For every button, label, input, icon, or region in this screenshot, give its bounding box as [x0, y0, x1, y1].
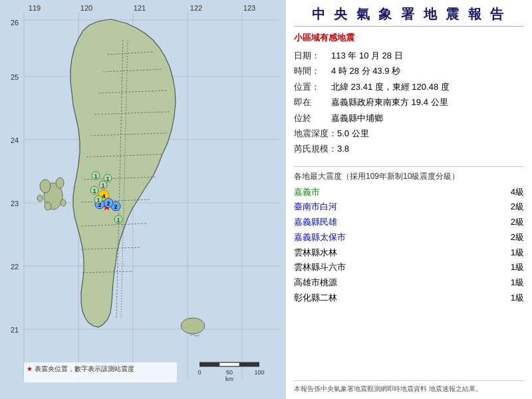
- intensity-row: 嘉義縣民雄 2級: [294, 215, 524, 230]
- depth-row: 地震深度： 5.0 公里: [294, 126, 524, 141]
- intensity-name: 嘉義縣太保市: [294, 230, 504, 245]
- info-table: 日期： 113 年 10 月 28 日 時間： 4 時 28 分 43.9 秒 …: [294, 48, 524, 157]
- svg-text:21: 21: [11, 326, 19, 334]
- magnitude-label: 芮氏規模：: [294, 141, 337, 156]
- svg-text:24: 24: [11, 136, 19, 144]
- svg-text:119: 119: [29, 4, 41, 12]
- svg-text:123: 123: [243, 4, 255, 12]
- svg-text:26: 26: [11, 19, 19, 27]
- location-value: 北緯 23.41 度，東經 120.48 度: [331, 79, 450, 94]
- svg-text:0: 0: [198, 369, 201, 376]
- divider: [294, 166, 524, 167]
- svg-text:25: 25: [11, 73, 19, 81]
- intensity-name: 嘉義縣民雄: [294, 215, 504, 230]
- intensity-level: 1級: [504, 245, 524, 261]
- svg-text:1: 1: [106, 176, 109, 182]
- intensity-name: 臺南市白河: [294, 200, 504, 215]
- svg-text:4: 4: [102, 193, 105, 200]
- svg-text:1: 1: [96, 197, 100, 203]
- intensity-row: 嘉義縣太保市 2級: [294, 230, 524, 245]
- svg-text:2: 2: [106, 200, 110, 207]
- time-label: 時間：: [294, 63, 331, 78]
- intensity-level: 2級: [504, 215, 524, 230]
- intensity-level: 2級: [504, 200, 524, 215]
- svg-rect-67: [219, 362, 239, 366]
- location-label: 位置：: [294, 79, 331, 94]
- intensity-level: 4級: [504, 185, 524, 200]
- svg-text:100: 100: [254, 369, 264, 376]
- intensity-row: 雲林縣水林 1級: [294, 245, 524, 261]
- footer-note: 本報告係中央氣象署地震觀測網即時地震資料 地震速報之結果。: [294, 380, 524, 394]
- info-section: 中 央 氣 象 署 地 震 報 告 小區域有感地震 日期： 113 年 10 月…: [286, 0, 532, 399]
- intensity-name: 雲林縣水林: [294, 245, 504, 261]
- svg-text:1: 1: [92, 188, 96, 194]
- svg-text:km: km: [225, 376, 233, 382]
- svg-text:121: 121: [134, 4, 146, 12]
- intensity-table: 嘉義市 4級 臺南市白河 2級 嘉義縣民雄 2級 嘉義縣太保市 2級 雲林縣水林…: [294, 185, 524, 306]
- intensity-level: 1級: [504, 291, 524, 306]
- svg-point-25: [40, 180, 51, 193]
- location2-label: 即在: [294, 94, 331, 110]
- intensity-level: 1級: [504, 275, 524, 291]
- subtitle: 小區域有感地震: [294, 32, 524, 44]
- intensity-name: 雲林縣斗六市: [294, 260, 504, 275]
- svg-text:★: ★: [27, 365, 33, 372]
- intensity-row: 雲林縣斗六市 1級: [294, 260, 524, 275]
- svg-point-27: [45, 202, 51, 210]
- intensity-name: 高雄市桃源: [294, 275, 504, 291]
- magnitude-row: 芮氏規模： 3.8: [294, 141, 524, 156]
- svg-text:1: 1: [101, 182, 104, 189]
- intensity-row: 彰化縣二林 1級: [294, 291, 524, 306]
- svg-text:1: 1: [94, 173, 97, 180]
- magnitude-value: 3.8: [337, 141, 349, 156]
- time-value: 4 時 28 分 43.9 秒: [331, 63, 400, 78]
- svg-text:120: 120: [80, 4, 92, 12]
- date-value: 113 年 10 月 28 日: [331, 48, 403, 63]
- svg-rect-66: [200, 362, 219, 366]
- svg-text:〜: 〜: [190, 330, 200, 341]
- intensity-name: 彰化縣二林: [294, 291, 504, 306]
- location3-value: 嘉義縣中埔鄉: [331, 110, 383, 126]
- location2-value: 嘉義縣政府東南東方 19.4 公里: [331, 94, 448, 110]
- svg-point-29: [37, 195, 43, 201]
- report-title: 中 央 氣 象 署 地 震 報 告: [294, 5, 524, 27]
- svg-text:22: 22: [11, 263, 19, 271]
- intensity-level: 1級: [504, 260, 524, 275]
- intensity-row: 高雄市桃源 1級: [294, 275, 524, 291]
- svg-text:23: 23: [11, 200, 19, 207]
- svg-text:122: 122: [190, 4, 202, 12]
- depth-value: 5.0 公里: [337, 126, 369, 141]
- map-section: 119 120 121 122 123 26 25 24 23 22 21: [0, 0, 286, 399]
- intensity-title: 各地最大震度（採用109年新制10級震度分級）: [294, 171, 524, 182]
- location3-row: 位於 嘉義縣中埔鄉: [294, 110, 524, 126]
- intensity-row: 臺南市白河 2級: [294, 200, 524, 215]
- location3-label: 位於: [294, 110, 331, 126]
- svg-text:50: 50: [226, 369, 233, 376]
- location2-row: 即在 嘉義縣政府東南東方 19.4 公里: [294, 94, 524, 110]
- svg-point-28: [61, 200, 66, 206]
- date-row: 日期： 113 年 10 月 28 日: [294, 48, 524, 63]
- intensity-row: 嘉義市 4級: [294, 185, 524, 200]
- svg-point-26: [56, 178, 64, 188]
- time-row: 時間： 4 時 28 分 43.9 秒: [294, 63, 524, 78]
- svg-text:1: 1: [116, 217, 120, 223]
- svg-text:2: 2: [114, 203, 117, 210]
- date-label: 日期：: [294, 48, 331, 63]
- svg-text:表震央位置，數字表示該測站震度: 表震央位置，數字表示該測站震度: [35, 365, 134, 372]
- depth-label: 地震深度：: [294, 126, 337, 141]
- intensity-level: 2級: [504, 230, 524, 245]
- intensity-name: 嘉義市: [294, 185, 504, 200]
- location-row: 位置： 北緯 23.41 度，東經 120.48 度: [294, 79, 524, 94]
- svg-rect-68: [239, 362, 259, 366]
